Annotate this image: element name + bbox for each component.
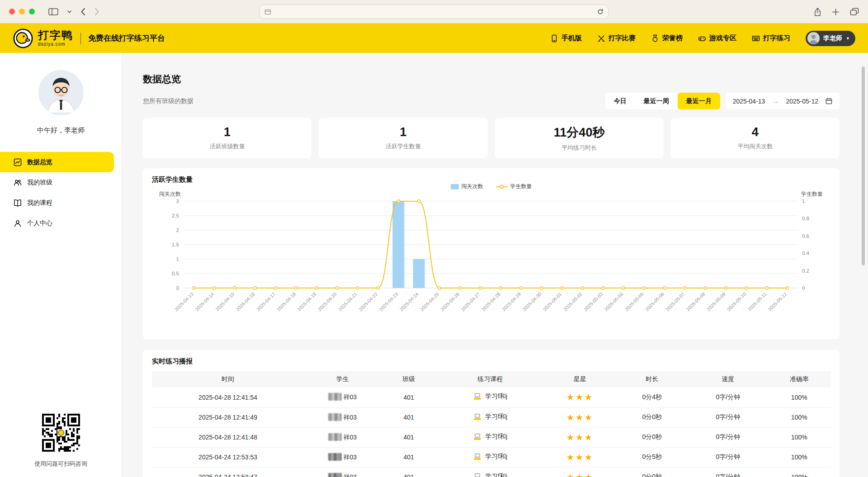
- legend-item-attempts[interactable]: 闯关次数: [451, 183, 483, 190]
- user-menu[interactable]: 李老师 ▼: [806, 31, 855, 46]
- practice-table-body: 2025-04-28 12:41:54 祥03 401 学习f和j ★★★ 0分…: [152, 387, 830, 477]
- brand-logo[interactable]: 打字鸭 daziya.com: [13, 28, 73, 49]
- practice-table: 时间 学生 班级 练习课程 星星 时长 速度 准确率 2025-04-28 12…: [152, 371, 830, 477]
- profile-icon: [14, 219, 22, 227]
- cell-accuracy: 100%: [768, 387, 830, 407]
- cell-duration: 0分4秒: [616, 387, 688, 407]
- table-row: 2025-04-28 12:41:54 祥03 401 学习f和j ★★★ 0分…: [152, 387, 830, 407]
- course-icon: [473, 472, 482, 477]
- cell-duration: 0分0秒: [616, 407, 688, 427]
- chevron-down-icon[interactable]: [67, 10, 71, 13]
- svg-text:2025-04-16: 2025-04-16: [235, 291, 256, 312]
- cell-course: 学习f和j: [436, 427, 544, 447]
- dashboard-icon: [14, 158, 22, 166]
- sidebar-item-courses[interactable]: 我的课程: [0, 193, 122, 213]
- sidebar-item-classes[interactable]: 我的班级: [0, 172, 122, 193]
- cell-accuracy: 100%: [768, 427, 830, 447]
- forward-button[interactable]: [94, 8, 99, 16]
- range-tab-week[interactable]: 最近一周: [635, 93, 678, 109]
- calendar-icon: [826, 98, 832, 104]
- gamepad-icon: [698, 34, 706, 43]
- maximize-window-button[interactable]: [29, 9, 35, 14]
- close-window-button[interactable]: [9, 9, 15, 14]
- cell-student: 祥03: [304, 427, 381, 447]
- date-range-picker[interactable]: 2025-04-13 → 2025-05-12: [726, 93, 840, 109]
- column-header: 星星: [544, 371, 616, 387]
- nav-link-games[interactable]: 游戏专区: [698, 34, 736, 43]
- nav-link-honor[interactable]: 荣誉榜: [651, 34, 683, 43]
- svg-text:2025-04-28: 2025-04-28: [481, 291, 502, 312]
- nav-link-practice[interactable]: 打字练习: [752, 34, 790, 43]
- legend-label: 学生数量: [510, 183, 532, 190]
- table-row: 2025-04-24 12:53:53 祥03 401 学习f和j ★★★ 0分…: [152, 447, 830, 467]
- filters: 今日 最近一周 最近一月 2025-04-13 → 2025-05-12: [605, 93, 840, 109]
- svg-text:2025-04-26: 2025-04-26: [439, 291, 461, 312]
- nav-link-label: 游戏专区: [709, 34, 736, 43]
- browser-window: 打字鸭 daziya.com 免费在线打字练习平台 手机版 打字比赛: [0, 0, 868, 477]
- cell-speed: 0字/分钟: [688, 447, 768, 467]
- column-header: 时长: [616, 371, 688, 387]
- course-icon: [473, 412, 482, 421]
- cell-time: 2025-04-24 12:53:53: [152, 447, 304, 467]
- svg-text:0: 0: [802, 285, 805, 291]
- site-navbar: 打字鸭 daziya.com 免费在线打字练习平台 手机版 打字比赛: [0, 24, 868, 53]
- svg-text:0.8: 0.8: [802, 216, 809, 221]
- range-tab-today[interactable]: 今日: [605, 93, 635, 109]
- legend-item-students[interactable]: 学生数量: [496, 183, 532, 190]
- cell-class: 401: [381, 387, 436, 407]
- bar-swatch-icon: [451, 184, 459, 189]
- course-icon: [14, 199, 22, 207]
- svg-text:0.4: 0.4: [802, 250, 810, 256]
- stat-card: 11分40秒 平均练习时长: [495, 118, 664, 158]
- cell-time: 2025-04-24 12:53:47: [152, 467, 304, 477]
- date-start: 2025-04-13: [733, 98, 765, 105]
- nav-link-contest[interactable]: 打字比赛: [597, 34, 636, 43]
- nav-link-mobile[interactable]: 手机版: [550, 34, 582, 43]
- svg-text:2025-05-10: 2025-05-10: [726, 291, 747, 312]
- svg-text:1: 1: [802, 198, 805, 204]
- sidebar-toggle-button[interactable]: [48, 8, 58, 15]
- svg-text:2025-05-06: 2025-05-06: [644, 291, 665, 312]
- sidebar-item-label: 数据总览: [27, 158, 52, 166]
- stat-label: 平均练习时长: [561, 144, 597, 152]
- share-button[interactable]: [814, 7, 821, 17]
- cell-speed: 0字/分钟: [688, 467, 768, 477]
- browser-chrome: [0, 0, 868, 24]
- cell-accuracy: 100%: [768, 467, 830, 477]
- svg-text:2025-04-18: 2025-04-18: [276, 291, 297, 312]
- nav-link-label: 打字练习: [763, 34, 790, 43]
- redacted-name: [328, 413, 342, 421]
- user-avatar: [807, 32, 820, 44]
- chart-legend: 闯关次数 学生数量: [143, 183, 840, 190]
- divider: [80, 33, 81, 44]
- table-row: 2025-04-24 12:53:47 祥03 401 学习f和j ★★★ 0分…: [152, 467, 830, 477]
- tab-overview-button[interactable]: [850, 8, 859, 16]
- sidebar-item-overview[interactable]: 数据总览: [0, 152, 114, 172]
- cell-student: 祥03: [304, 447, 381, 467]
- class-icon: [14, 179, 22, 187]
- stat-label: 平均闯关次数: [737, 142, 773, 151]
- cell-course: 学习f和j: [436, 387, 544, 407]
- new-tab-button[interactable]: [832, 9, 839, 15]
- back-button[interactable]: [80, 8, 85, 16]
- scrollbar-thumb[interactable]: [862, 66, 865, 265]
- svg-text:2025-05-12: 2025-05-12: [767, 291, 788, 312]
- stat-cards: 1 活跃班级数量 1 活跃学生数量 11分40秒 平均练习时长 4 平均闯关次数: [143, 118, 840, 158]
- cell-student: 祥03: [304, 407, 381, 427]
- table-title: 实时练习播报: [152, 357, 830, 366]
- sidebar-item-profile[interactable]: 个人中心: [0, 213, 122, 233]
- course-icon: [473, 392, 482, 401]
- cell-speed: 0字/分钟: [688, 387, 768, 407]
- cell-stars: ★★★: [544, 447, 616, 467]
- minimize-window-button[interactable]: [19, 9, 25, 14]
- url-bar[interactable]: [259, 5, 609, 19]
- range-tab-month[interactable]: 最近一月: [678, 93, 720, 109]
- stat-value: 11分40秒: [554, 124, 605, 141]
- contest-icon: [597, 34, 605, 43]
- keyboard-icon: [752, 34, 760, 43]
- redacted-name: [328, 473, 342, 477]
- svg-text:2025-05-04: 2025-05-04: [603, 291, 624, 312]
- site-tagline: 免费在线打字练习平台: [88, 33, 165, 43]
- refresh-button[interactable]: [597, 9, 604, 15]
- svg-text:2025-05-01: 2025-05-01: [542, 291, 563, 312]
